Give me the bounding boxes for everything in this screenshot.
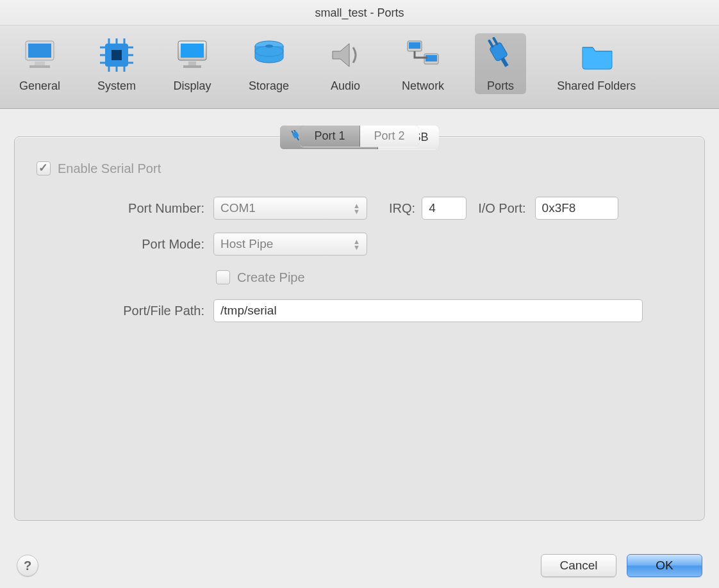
toolbar-item-display[interactable]: Display xyxy=(167,33,218,94)
svg-rect-26 xyxy=(409,42,420,49)
port-number-label: Port Number: xyxy=(34,201,213,216)
port-mode-label: Port Mode: xyxy=(34,237,213,252)
speaker-icon xyxy=(326,37,365,73)
toolbar-item-general[interactable]: General xyxy=(13,33,67,94)
segmented-port-number: Port 1 Port 2 xyxy=(300,126,418,147)
toolbar-item-label: Display xyxy=(174,79,211,93)
window-title: small_test - Ports xyxy=(0,0,719,26)
ok-button[interactable]: OK xyxy=(627,554,702,577)
port-number-value: COM1 xyxy=(220,201,256,215)
enable-serial-port-checkbox[interactable] xyxy=(37,161,51,176)
network-icon xyxy=(404,37,442,73)
serial-ports-groupbox: Port 1 Port 2 Enable Serial Port Port Nu… xyxy=(14,136,705,521)
toolbar-item-label: Ports xyxy=(487,79,514,93)
svg-rect-20 xyxy=(188,61,196,65)
footer: ? Cancel OK xyxy=(0,543,719,588)
ports-plug-icon xyxy=(481,37,520,73)
io-port-input[interactable] xyxy=(535,197,618,220)
tab-port-1[interactable]: Port 1 xyxy=(300,126,360,147)
button-label: Cancel xyxy=(559,559,597,573)
toolbar-item-label: Storage xyxy=(249,79,289,93)
tab-label: Port 1 xyxy=(314,129,345,143)
io-port-label: I/O Port: xyxy=(478,201,525,216)
port-file-path-input[interactable] xyxy=(213,299,643,322)
cancel-button[interactable]: Cancel xyxy=(541,554,616,577)
port-file-path-label: Port/File Path: xyxy=(34,304,213,318)
toolbar-item-label: Audio xyxy=(331,79,360,93)
disk-stack-icon xyxy=(250,37,288,73)
toolbar-item-system[interactable]: System xyxy=(91,33,142,94)
help-icon: ? xyxy=(24,559,31,573)
toolbar-item-audio[interactable]: Audio xyxy=(320,33,371,94)
chevron-updown-icon: ▲▼ xyxy=(353,203,360,214)
chip-icon xyxy=(97,37,136,73)
toolbar-item-ports[interactable]: Ports xyxy=(475,33,526,94)
port-mode-value: Host Pipe xyxy=(220,237,273,251)
svg-rect-2 xyxy=(35,61,45,65)
toolbar-item-label: Shared Folders xyxy=(557,79,636,93)
enable-serial-port-label: Enable Serial Port xyxy=(58,161,161,176)
irq-input[interactable] xyxy=(422,197,467,220)
tab-label: Port 2 xyxy=(374,129,405,143)
svg-line-30 xyxy=(490,41,493,47)
svg-rect-19 xyxy=(181,44,204,58)
create-pipe-checkbox[interactable] xyxy=(216,270,230,284)
port-mode-select[interactable]: Host Pipe ▲▼ xyxy=(213,233,367,256)
port-number-select[interactable]: COM1 ▲▼ xyxy=(213,197,367,220)
svg-rect-21 xyxy=(183,65,201,68)
button-label: OK xyxy=(656,559,673,573)
svg-rect-1 xyxy=(28,44,51,58)
help-button[interactable]: ? xyxy=(17,555,38,576)
folder-icon xyxy=(577,37,616,73)
svg-rect-3 xyxy=(29,65,50,68)
svg-rect-32 xyxy=(501,58,509,67)
create-pipe-label: Create Pipe xyxy=(237,270,305,285)
chevron-updown-icon: ▲▼ xyxy=(353,239,360,250)
monitor-icon xyxy=(21,37,59,73)
toolbar-item-label: Network xyxy=(402,79,444,93)
toolbar: General System Display Storage Audio Net… xyxy=(0,26,719,109)
svg-rect-5 xyxy=(112,50,122,60)
tab-port-2[interactable]: Port 2 xyxy=(360,126,419,147)
toolbar-item-storage[interactable]: Storage xyxy=(242,33,295,94)
toolbar-item-shared-folders[interactable]: Shared Folders xyxy=(550,33,642,94)
toolbar-item-network[interactable]: Network xyxy=(395,33,450,94)
irq-label: IRQ: xyxy=(389,201,415,216)
svg-line-31 xyxy=(494,38,497,44)
toolbar-item-label: System xyxy=(97,79,136,93)
toolbar-item-label: General xyxy=(19,79,60,93)
display-icon xyxy=(173,37,211,73)
